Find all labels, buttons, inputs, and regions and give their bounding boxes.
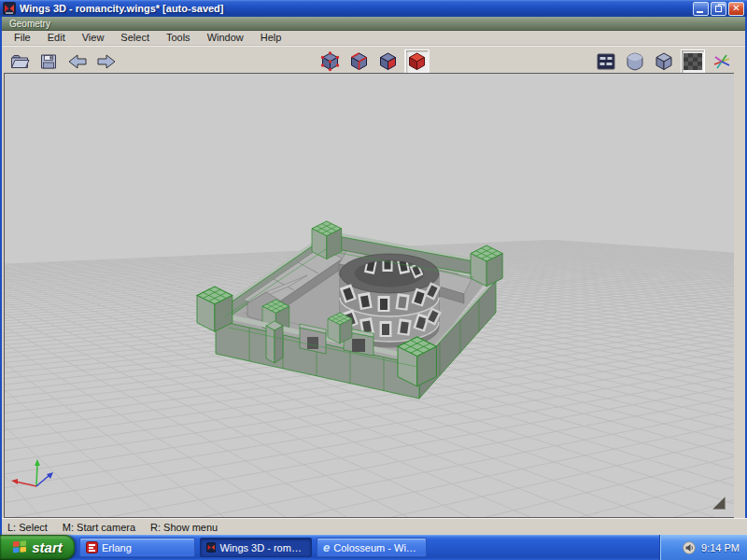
flat-shaded-wireframe-button[interactable] (652, 49, 676, 74)
system-tray: 9:14 PM (659, 535, 747, 560)
toolbar (2, 46, 745, 76)
start-button[interactable]: start (0, 535, 75, 560)
geometry-window-header[interactable]: Geometry (2, 17, 745, 31)
arrow-left-icon (66, 51, 89, 72)
smooth-cube-icon (625, 51, 645, 72)
x-axis-arrow (11, 479, 18, 484)
romancity-model (188, 208, 524, 404)
model-tower-top (312, 221, 342, 259)
erlang-icon (86, 541, 98, 553)
model-small-building (300, 324, 326, 354)
restore-icon (715, 6, 722, 12)
model-tower-right (471, 245, 502, 287)
viewport-3d[interactable] (4, 73, 736, 518)
wings3d-icon (206, 541, 216, 553)
smooth-shaded-button[interactable] (623, 49, 647, 74)
body-cube-icon (407, 51, 428, 72)
model-tower-left (197, 287, 233, 331)
geometry-graph-button[interactable] (594, 49, 618, 74)
close-icon: ✕ (732, 4, 740, 13)
internet-explorer-icon: e (323, 541, 330, 553)
wireframe-cube-icon (654, 51, 674, 72)
undo-button[interactable] (65, 49, 90, 74)
vertex-select-mode-button[interactable] (318, 49, 343, 74)
menu-bar: File Edit View Select Tools Window Help (2, 31, 745, 46)
folder-icon (9, 51, 30, 72)
menu-edit[interactable]: Edit (39, 31, 74, 45)
taskbar-item-label: Wings 3D - romancity... (219, 542, 305, 553)
menu-select[interactable]: Select (112, 31, 158, 45)
menu-help[interactable]: Help (252, 31, 290, 45)
axis-indicator (8, 453, 64, 499)
window-titlebar[interactable]: Wings 3D - romancity.wings* [auto-saved]… (0, 0, 747, 17)
open-file-button[interactable] (7, 49, 32, 74)
start-button-label: start (32, 539, 63, 555)
window-body: Geometry File Edit View Select Tools Win… (0, 17, 747, 535)
status-right-mouse: R: Show menu (150, 522, 218, 533)
face-select-mode-button[interactable] (376, 49, 401, 74)
desktop: Wings 3D - romancity.wings* [auto-saved]… (0, 0, 747, 560)
geometry-graph-icon (596, 51, 616, 72)
volume-icon[interactable] (683, 541, 696, 554)
show-axes-button[interactable] (710, 49, 734, 74)
show-ground-plane-button[interactable] (681, 49, 705, 74)
taskbar-item-erlang[interactable]: Erlang (79, 538, 195, 557)
taskbar-item-colosseum-wikipedia[interactable]: e Colosseum - Wikipedi... (317, 538, 427, 557)
redo-button[interactable] (94, 49, 119, 74)
menu-view[interactable]: View (74, 31, 113, 45)
window-right-margin (734, 73, 745, 518)
windows-flag-icon (12, 540, 28, 554)
window-title: Wings 3D - romancity.wings* [auto-saved] (20, 3, 693, 14)
model-pillar (266, 321, 283, 363)
close-button[interactable]: ✕ (728, 2, 744, 16)
ground-plane-icon (683, 51, 703, 72)
y-axis-arrow (35, 459, 40, 466)
z-axis-arrow (47, 472, 53, 479)
body-select-mode-button[interactable] (405, 49, 430, 74)
model-tower-bottom (398, 337, 436, 386)
taskbar-item-label: Colosseum - Wikipedi... (333, 542, 420, 553)
restore-button[interactable] (711, 2, 726, 16)
face-cube-icon (378, 51, 399, 72)
edge-select-mode-button[interactable] (347, 49, 372, 74)
minimize-icon (697, 11, 703, 13)
menu-tools[interactable]: Tools (158, 31, 199, 45)
taskbar-item-wings3d[interactable]: Wings 3D - romancity... (200, 538, 312, 557)
status-left-mouse: L: Select (7, 522, 48, 533)
minimize-button[interactable] (693, 2, 709, 16)
menu-window[interactable]: Window (199, 31, 252, 45)
wings3d-app-icon (3, 2, 16, 15)
edge-cube-icon (349, 51, 370, 72)
menu-file[interactable]: File (6, 31, 39, 45)
floppy-disk-icon (38, 51, 59, 72)
taskbar: start Erlang Wings 3D - romancity... e C… (0, 535, 747, 560)
clock: 9:14 PM (701, 542, 740, 553)
vertex-cube-icon (320, 51, 341, 72)
taskbar-item-label: Erlang (102, 542, 132, 553)
geometry-window-label: Geometry (2, 19, 50, 29)
status-middle-mouse: M: Start camera (63, 522, 135, 533)
axes-icon (712, 51, 732, 72)
save-file-button[interactable] (36, 49, 61, 74)
arrow-right-icon (95, 51, 118, 72)
status-bar: L: Select M: Start camera R: Show menu (2, 518, 747, 536)
viewport-resize-grip[interactable] (712, 497, 726, 510)
